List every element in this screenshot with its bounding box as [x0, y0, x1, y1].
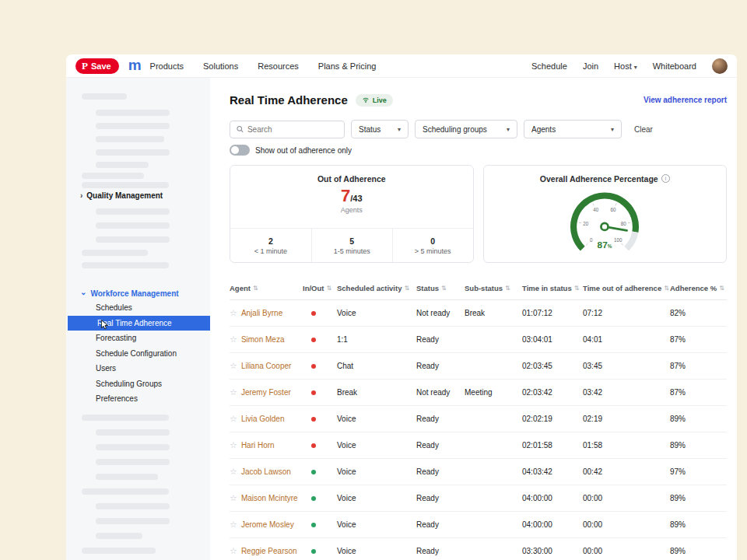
time-out-of-adherence: 00:00 — [583, 547, 670, 555]
toggle-row: Show out of adherence only — [230, 145, 352, 156]
time-out-of-adherence: 01:58 — [583, 441, 670, 450]
sidebar-item-real-time-adherence[interactable]: Real Time Adherence — [68, 316, 210, 331]
agent-link[interactable]: Simon Meza — [241, 335, 285, 344]
sidebar-section-quality-management[interactable]: › Quality Management — [80, 191, 163, 200]
agent-link[interactable]: Jeremy Foster — [241, 388, 291, 397]
chevron-down-icon: ▾ — [611, 126, 614, 133]
table-row[interactable]: ☆Maison Mcintyre Voice Ready 04:00:00 00… — [230, 485, 727, 512]
star-icon[interactable]: ☆ — [230, 440, 237, 450]
status: Not ready — [416, 309, 465, 317]
inout-dot — [311, 417, 316, 422]
sidebar-section-workforce-management[interactable]: ⌄ Workforce Management — [80, 289, 179, 298]
nav-link-schedule[interactable]: Schedule — [531, 61, 567, 71]
star-icon[interactable]: ☆ — [230, 520, 237, 530]
scheduling-groups-select[interactable]: Scheduling groups ▾ — [415, 120, 517, 138]
table-row[interactable]: ☆Hari Horn Voice Ready 02:01:58 01:58 89… — [230, 432, 727, 459]
column-header-status[interactable]: Status⇅ — [416, 284, 465, 292]
sidebar-item-schedule-configuration[interactable]: Schedule Configuration — [66, 346, 210, 362]
toggle-knob — [231, 146, 239, 154]
table-row[interactable]: ☆Simon Meza 1:1 Ready 03:04:01 04:01 87% — [230, 327, 727, 353]
agent-link[interactable]: Reggie Pearson — [241, 547, 297, 555]
agent-link[interactable]: Jacob Lawson — [241, 467, 291, 476]
column-header-inout[interactable]: In/Out⇅ — [303, 284, 337, 292]
table-row[interactable]: ☆Liliana Cooper Chat Ready 02:03:45 03:4… — [230, 353, 727, 380]
clear-filters-button[interactable]: Clear — [634, 125, 653, 134]
adherence-percent: 89% — [670, 520, 727, 529]
star-icon[interactable]: ☆ — [230, 467, 237, 477]
view-adherence-report-link[interactable]: View adherence report — [644, 96, 727, 104]
breakdown-over-5-minutes: 0 > 5 minutes — [392, 229, 473, 262]
card-title: Out of Adherence — [230, 174, 473, 184]
skeleton-bar — [96, 123, 170, 129]
search-input[interactable] — [247, 125, 338, 134]
column-header-adherence-percent[interactable]: Adherence %⇅ — [670, 284, 727, 292]
info-icon[interactable]: i — [661, 174, 670, 183]
status: Ready — [416, 335, 465, 344]
star-icon[interactable]: ☆ — [230, 414, 237, 424]
table-row[interactable]: ☆Reggie Pearson Voice Ready 03:30:00 00:… — [230, 538, 727, 560]
column-header-agent[interactable]: Agent⇅ — [230, 284, 303, 292]
nav-link-join[interactable]: Join — [583, 61, 598, 71]
column-header-time-out-of-adherence[interactable]: Time out of adherence⇅ — [583, 284, 670, 292]
agent-link[interactable]: Jerome Mosley — [241, 520, 294, 529]
status: Not ready — [416, 388, 465, 397]
star-icon[interactable]: ☆ — [230, 308, 237, 318]
table-row[interactable]: ☆Jacob Lawson Voice Ready 04:03:42 00:42… — [230, 459, 727, 485]
column-header-scheduled-activity[interactable]: Scheduled activity⇅ — [337, 284, 416, 292]
svg-text:20: 20 — [584, 221, 590, 226]
nav-link-resources[interactable]: Resources — [258, 61, 299, 71]
out-of-adherence-toggle[interactable] — [230, 145, 250, 156]
nav-link-solutions[interactable]: Solutions — [203, 61, 238, 71]
time-out-of-adherence: 04:01 — [583, 335, 670, 344]
user-avatar[interactable] — [712, 58, 728, 74]
status: Ready — [416, 494, 465, 502]
agent-link[interactable]: Hari Horn — [241, 441, 275, 450]
skeleton-bar — [96, 444, 170, 450]
inout-dot — [311, 496, 316, 501]
pinterest-save-button[interactable]: P Save — [75, 58, 119, 74]
agent-link[interactable]: Maison Mcintyre — [241, 494, 298, 502]
adherence-percent: 97% — [670, 467, 727, 476]
scheduled-activity: Voice — [337, 520, 416, 529]
skeleton-bar — [96, 503, 170, 509]
sidebar-wfm-items: Schedules Real Time Adherence Forecastin… — [66, 300, 210, 407]
table-row[interactable]: ☆Jeremy Foster Break Not ready Meeting 0… — [230, 380, 727, 406]
star-icon[interactable]: ☆ — [230, 361, 237, 371]
page-background: P Save m Products Solutions Resources Pl… — [0, 0, 747, 560]
column-header-time-in-status[interactable]: Time in status⇅ — [522, 284, 583, 292]
adherence-percent: 87% — [670, 335, 727, 344]
table-row[interactable]: ☆Jerome Mosley Voice Ready 04:00:00 00:0… — [230, 512, 727, 538]
nav-link-plans-pricing[interactable]: Plans & Pricing — [318, 61, 377, 71]
app-logo[interactable]: m — [128, 57, 141, 74]
star-icon[interactable]: ☆ — [230, 334, 237, 345]
sidebar-item-schedules[interactable]: Schedules — [66, 300, 210, 316]
skeleton-bar — [96, 208, 170, 215]
nav-link-whiteboard[interactable]: Whiteboard — [653, 61, 696, 71]
agent-link[interactable]: Anjali Byrne — [241, 309, 282, 317]
sidebar-item-scheduling-groups[interactable]: Scheduling Groups — [66, 376, 210, 392]
status: Ready — [416, 441, 465, 450]
status-select[interactable]: Status ▾ — [351, 120, 409, 138]
out-of-adherence-count: 7/43 — [230, 186, 473, 206]
column-header-sub-status[interactable]: Sub-status⇅ — [465, 284, 522, 292]
sort-icon: ⇅ — [441, 285, 447, 292]
sort-icon: ⇅ — [326, 285, 331, 292]
star-icon[interactable]: ☆ — [230, 387, 237, 397]
agent-link[interactable]: Liliana Cooper — [241, 362, 292, 370]
agent-link[interactable]: Livia Golden — [241, 415, 285, 423]
time-out-of-adherence: 00:00 — [583, 520, 670, 529]
card-subtitle: Agents — [230, 206, 473, 214]
sidebar-item-preferences[interactable]: Preferences — [66, 391, 210, 407]
nav-link-products[interactable]: Products — [150, 61, 184, 71]
sidebar-item-users[interactable]: Users — [66, 361, 210, 376]
sidebar-item-forecasting[interactable]: Forecasting — [66, 331, 210, 346]
skeleton-bar — [96, 149, 170, 156]
table-row[interactable]: ☆Anjali Byrne Voice Not ready Break 01:0… — [230, 300, 727, 327]
sidebar: › Quality Management ⌄ Workforce Managem… — [66, 78, 210, 560]
star-icon[interactable]: ☆ — [230, 493, 237, 503]
star-icon[interactable]: ☆ — [230, 546, 237, 556]
nav-link-host[interactable]: Host▾ — [614, 61, 637, 71]
agents-select[interactable]: Agents ▾ — [524, 120, 622, 138]
inout-dot — [311, 549, 316, 554]
table-row[interactable]: ☆Livia Golden Voice Ready 02:02:19 02:19… — [230, 406, 727, 432]
